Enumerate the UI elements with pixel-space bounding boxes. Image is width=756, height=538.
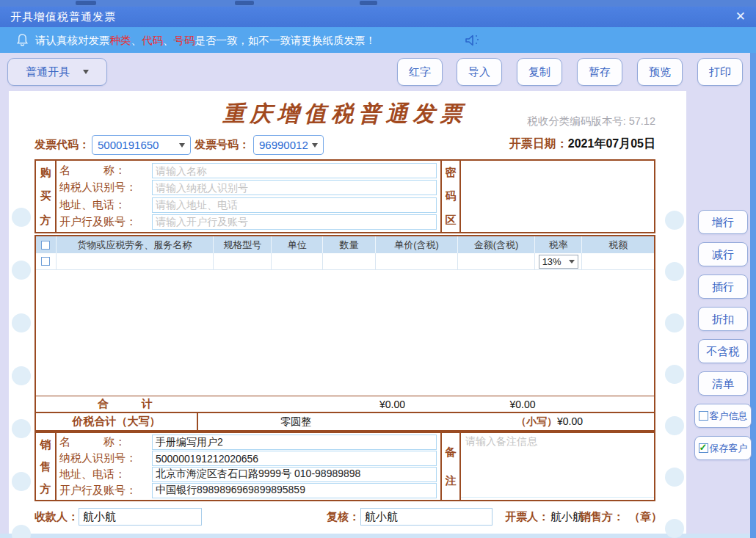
col-unit: 单位 xyxy=(272,236,323,253)
notice-text: 请认真核对发票种类、代码、号码是否一致，如不一致请更换纸质发票！ xyxy=(35,34,376,48)
remove-row-button[interactable]: 减行 xyxy=(698,242,748,266)
row-checkbox[interactable] xyxy=(41,257,50,266)
select-all-checkbox[interactable] xyxy=(41,241,50,250)
scrollbar[interactable] xyxy=(750,53,756,538)
save-customer-toggle[interactable]: 保存客户 xyxy=(694,436,752,460)
password-zone-area xyxy=(461,161,654,232)
invoice-mode-value: 普通开具 xyxy=(26,65,70,79)
items-table-header: 货物或应税劳务、服务名称 规格型号 单位 数量 单价(含税) 金额(含税) 税率… xyxy=(36,236,654,253)
seller-bank-input[interactable] xyxy=(152,483,437,498)
background-window-edge xyxy=(0,0,756,7)
buyer-taxid-input[interactable] xyxy=(152,180,437,195)
seller-name-input[interactable] xyxy=(152,435,437,450)
invoice-panel: 重庆增值税普通发票 税收分类编码版本号: 57.12 发票代码： 5000191… xyxy=(9,91,686,534)
invoice-mode-select[interactable]: 普通开具 xyxy=(7,58,107,86)
tax-sum-row: 价税合计（大写） 零圆整 （小写）¥0.00 xyxy=(34,413,655,432)
dialog-title: 开具增值税普通发票 xyxy=(10,10,116,24)
invoice-date-value: 2021年07月05日 xyxy=(568,137,655,150)
invoice-code-value: 5000191650 xyxy=(98,139,159,151)
seller-stamp-label: 销售方： xyxy=(580,510,624,524)
payee-input[interactable] xyxy=(79,508,202,526)
tax-sum-values: 零圆整 （小写）¥0.00 xyxy=(198,413,654,430)
import-button[interactable]: 导入 xyxy=(457,58,502,86)
print-button[interactable]: 打印 xyxy=(697,58,743,86)
drawer-value: 航小航 xyxy=(550,510,584,524)
hold-button[interactable]: 暂存 xyxy=(577,58,622,86)
totals-amount: ¥0.00 xyxy=(460,399,585,410)
col-unit-price: 单价(含税) xyxy=(376,236,458,253)
seller-stamp-value: （章） xyxy=(629,510,662,524)
checkbox-icon[interactable] xyxy=(699,411,708,421)
notice-bar: 请认真核对发票种类、代码、号码是否一致，如不一致请更换纸质发票！ xyxy=(0,27,756,53)
customer-info-toggle[interactable]: 客户信息 xyxy=(694,404,752,428)
decorative-dot xyxy=(12,472,31,491)
buyer-address-input[interactable] xyxy=(152,197,437,213)
seller-address-input[interactable] xyxy=(152,467,437,482)
invoice-date-label: 开票日期： xyxy=(509,137,568,150)
save-customer-label: 保存客户 xyxy=(710,442,748,455)
decorative-dot xyxy=(665,211,684,230)
remark-textarea[interactable] xyxy=(461,433,654,498)
amount-in-words: 零圆整 xyxy=(280,415,311,429)
list-button[interactable]: 清单 xyxy=(698,371,748,396)
invoice-code-select[interactable]: 5000191650 xyxy=(92,135,191,155)
decorative-dot xyxy=(665,365,684,384)
tax-sum-label: 价税合计（大写） xyxy=(36,413,198,430)
red-letter-button[interactable]: 红字 xyxy=(397,58,443,86)
item-name-cell[interactable] xyxy=(57,253,214,269)
password-zone-column: 密码区 xyxy=(440,161,461,232)
buyer-bank-input[interactable] xyxy=(152,214,437,230)
discount-button[interactable]: 折扣 xyxy=(698,307,748,331)
tax-rate-select[interactable]: 13% xyxy=(539,255,578,269)
decorative-dot xyxy=(665,468,684,487)
seller-section: 销售方 名 称： 纳税人识别号： 地址、电话： 开户行及账号： 备注 xyxy=(34,432,655,501)
col-tax-rate: 税率 xyxy=(535,236,583,253)
decorative-dot xyxy=(665,262,684,281)
item-row: 13% xyxy=(36,253,654,270)
item-qty-cell[interactable] xyxy=(323,253,376,269)
item-tax-cell[interactable] xyxy=(582,253,654,269)
seller-party-label: 销售方 xyxy=(40,434,52,500)
buyer-name-input[interactable] xyxy=(152,163,437,178)
col-goods-name: 货物或应税劳务、服务名称 xyxy=(57,236,214,253)
remark-column: 备注 xyxy=(440,433,461,500)
invoice-number-value: 96990012 xyxy=(259,139,308,151)
col-amount: 金额(含税) xyxy=(458,236,535,253)
col-tax-amount: 税额 xyxy=(582,236,654,253)
item-price-cell[interactable] xyxy=(376,253,458,269)
add-row-button[interactable]: 增行 xyxy=(698,210,748,234)
seller-name-label: 名 称： xyxy=(59,435,152,449)
tax-exclusive-button[interactable]: 不含税 xyxy=(698,339,748,363)
reviewer-label: 复核： xyxy=(327,510,360,524)
chevron-down-icon xyxy=(83,70,89,74)
remark-label: 备注 xyxy=(445,438,457,495)
reviewer-input[interactable] xyxy=(360,508,493,526)
item-amount-cell[interactable] xyxy=(458,253,535,269)
seller-fields: 名 称： 纳税人识别号： 地址、电话： 开户行及账号： xyxy=(57,433,440,500)
background-glyph xyxy=(360,1,377,5)
amount-small-value: ¥0.00 xyxy=(557,415,583,427)
checkbox-checked-icon[interactable] xyxy=(699,443,708,453)
invoice-date: 开票日期：2021年07月05日 xyxy=(509,137,655,152)
invoice-code-label: 发票代码： xyxy=(34,138,90,152)
bell-icon xyxy=(15,33,29,47)
preview-button[interactable]: 预览 xyxy=(637,58,683,86)
customer-info-label: 客户信息 xyxy=(710,410,748,423)
totals-label: 合 计 xyxy=(36,397,214,411)
copy-button[interactable]: 复制 xyxy=(517,58,562,86)
buyer-party-label: 购买方 xyxy=(40,161,52,232)
close-icon[interactable]: ✕ xyxy=(735,9,746,25)
item-spec-cell[interactable] xyxy=(214,253,272,269)
insert-row-button[interactable]: 插行 xyxy=(698,275,748,299)
item-unit-cell[interactable] xyxy=(272,253,323,269)
speaker-icon[interactable] xyxy=(462,32,483,48)
remark-area xyxy=(461,433,654,500)
decorative-dot xyxy=(665,416,684,435)
seller-taxid-input[interactable] xyxy=(152,451,437,466)
invoice-number-select[interactable]: 96990012 xyxy=(253,135,324,155)
decorative-dot xyxy=(665,313,684,332)
toolbar: 普通开具 红字 导入 复制 暂存 预览 打印 xyxy=(0,53,756,91)
dialog-titlebar: 开具增值税普通发票 ✕ xyxy=(0,7,756,27)
decorative-dot xyxy=(12,208,31,227)
invoice-number-label: 发票号码： xyxy=(195,138,250,152)
